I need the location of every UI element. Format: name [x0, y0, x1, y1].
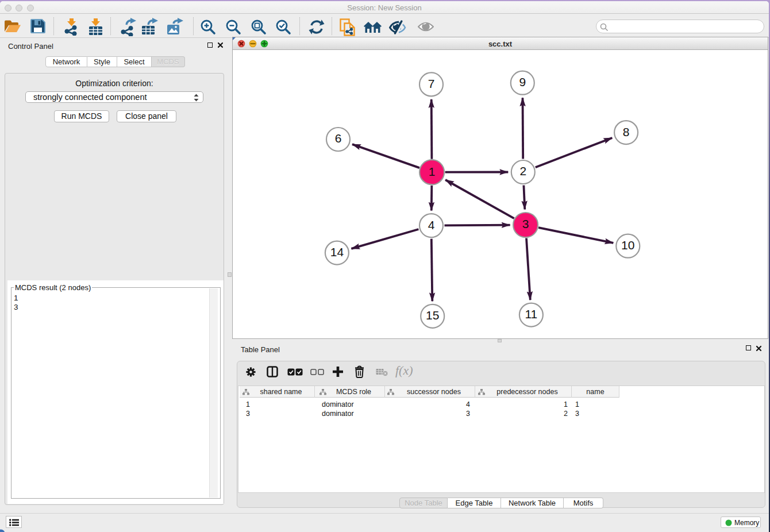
- svg-text:7: 7: [428, 77, 435, 90]
- svg-text:6: 6: [335, 132, 342, 145]
- svg-text:4: 4: [428, 218, 435, 232]
- svg-text:11: 11: [525, 307, 537, 321]
- svg-text:2: 2: [519, 164, 526, 178]
- svg-text:3: 3: [522, 217, 529, 230]
- svg-text:8: 8: [623, 125, 630, 138]
- svg-text:10: 10: [621, 238, 634, 252]
- svg-text:15: 15: [426, 309, 439, 322]
- svg-text:14: 14: [330, 245, 344, 259]
- svg-text:1: 1: [429, 165, 436, 178]
- svg-text:9: 9: [519, 75, 526, 88]
